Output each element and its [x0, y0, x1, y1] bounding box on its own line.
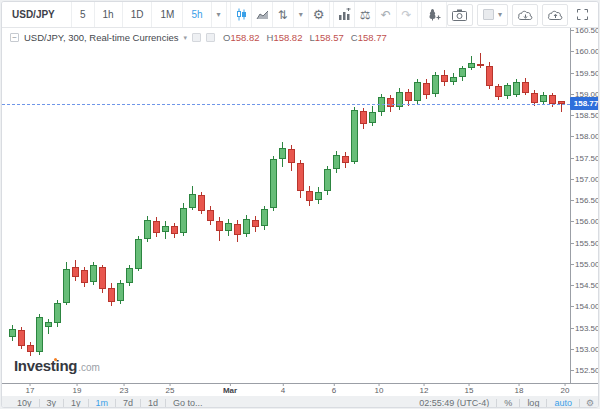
- camera-icon: [452, 9, 467, 21]
- top-toolbar: USD/JPY 51h1D1M5h ▾ ⇅ ▾ ⚙: [2, 2, 598, 28]
- clock-label: 02:55:49 (UTC-4): [412, 398, 496, 408]
- price-axis-label: 158.50: [575, 111, 599, 120]
- price-axis-label: 153.00: [575, 345, 599, 354]
- price-axis-label: 157.00: [575, 175, 599, 184]
- interval-dropdown-button[interactable]: ▾: [212, 2, 227, 27]
- candle-body: [315, 192, 322, 200]
- candle-body: [540, 95, 547, 103]
- candle-body: [36, 317, 43, 352]
- candle-body: [54, 303, 61, 323]
- interval-button-1D[interactable]: 1D: [123, 2, 153, 27]
- price-axis[interactable]: 160.50160.00159.50159.00158.50158.00157.…: [570, 28, 599, 383]
- symbol-label: USD/JPY: [12, 9, 55, 20]
- chart-plot-area[interactable]: [2, 28, 570, 383]
- legend-collapse-button[interactable]: −: [10, 33, 19, 42]
- ohlc-values: O158.82 H158.82 L158.57 C158.77: [223, 32, 387, 43]
- time-axis-label: 23: [120, 386, 129, 395]
- candle-body: [234, 224, 241, 235]
- snapshot-button[interactable]: [447, 4, 473, 26]
- symbol-button[interactable]: USD/JPY: [2, 2, 72, 27]
- legend-title: USD/JPY, 300, Real-time Currencies: [24, 32, 179, 43]
- time-axis-label: 20: [561, 386, 570, 395]
- compare-symbols-button[interactable]: ⚖: [355, 2, 376, 27]
- interval-button-1h[interactable]: 1h: [95, 2, 123, 27]
- legend-caret-icon[interactable]: ▾: [184, 34, 188, 42]
- candle-body: [513, 82, 520, 95]
- chart-legend: − USD/JPY, 300, Real-time Currencies ▾ O…: [10, 32, 387, 43]
- current-price-line: [2, 104, 570, 105]
- log-scale-button[interactable]: log: [520, 398, 546, 408]
- candle-body: [351, 110, 358, 162]
- range-button-10y[interactable]: 10y: [10, 398, 39, 408]
- percent-scale-button[interactable]: %: [497, 398, 519, 408]
- price-axis-label: 154.00: [575, 302, 599, 311]
- add-alert-button[interactable]: [422, 2, 447, 27]
- candle-body: [486, 66, 493, 86]
- price-axis-label: 154.50: [575, 281, 599, 290]
- undo-button[interactable]: ↶: [376, 2, 397, 27]
- candle-body: [9, 329, 16, 337]
- time-axis-label: 25: [166, 386, 175, 395]
- time-axis-label: 17: [26, 386, 35, 395]
- price-axis-label: 160.50: [575, 26, 599, 35]
- current-price-tag: 158.77: [570, 97, 599, 110]
- candle-body: [324, 169, 331, 191]
- chart-window: USD/JPY 51h1D1M5h ▾ ⇅ ▾ ⚙: [1, 1, 599, 408]
- indicators-button[interactable]: [334, 2, 355, 27]
- candle-body: [504, 85, 511, 96]
- save-layout-button[interactable]: [542, 4, 568, 26]
- cloud-download-icon: [517, 9, 534, 21]
- gear-icon: ⚙: [313, 7, 325, 22]
- time-axis[interactable]: 17192325Mar461012151820: [2, 383, 599, 396]
- area-style-button[interactable]: [252, 2, 273, 27]
- legend-visibility-button[interactable]: [192, 33, 201, 42]
- cloud-upload-icon: [547, 9, 564, 21]
- redo-button[interactable]: ↷: [397, 2, 418, 27]
- candle-body: [333, 155, 340, 169]
- layout-template-button[interactable]: ▾: [477, 4, 508, 26]
- interval-button-5h[interactable]: 5h: [183, 2, 211, 27]
- auto-scale-button[interactable]: auto: [547, 398, 579, 408]
- candle-body: [405, 92, 412, 102]
- price-axis-label: 157.50: [575, 154, 599, 163]
- price-axis-label: 155.00: [575, 260, 599, 269]
- investing-logo: Investing .com: [14, 357, 100, 374]
- low-value: L158.57: [309, 32, 343, 43]
- open-value: O158.82: [223, 32, 259, 43]
- axis-settings-gear-icon[interactable]: ⚙: [580, 398, 594, 408]
- range-button-1y[interactable]: 1y: [64, 398, 88, 408]
- candle-body: [27, 345, 34, 352]
- time-axis-label: 15: [465, 386, 474, 395]
- price-axis-label: 159.50: [575, 69, 599, 78]
- fullscreen-button[interactable]: [572, 4, 592, 26]
- range-buttons: 10y3y1y1m7d1d: [10, 398, 165, 408]
- settings-button[interactable]: ⚙: [309, 2, 330, 27]
- chevron-down-icon: ▾: [299, 10, 303, 19]
- range-button-1d[interactable]: 1d: [141, 398, 165, 408]
- fullscreen-icon: [577, 9, 588, 20]
- candle-body: [45, 322, 52, 327]
- goto-button[interactable]: Go to...: [166, 398, 210, 408]
- candle-body: [81, 270, 88, 283]
- candle-body: [63, 269, 70, 303]
- range-button-3y[interactable]: 3y: [40, 398, 64, 408]
- load-layout-button[interactable]: [512, 4, 538, 26]
- legend-settings-button[interactable]: [206, 33, 215, 42]
- candle-body: [117, 283, 124, 301]
- price-axis-label: 156.50: [575, 196, 599, 205]
- compare-dropdown-button[interactable]: ▾: [294, 2, 309, 27]
- candle-body: [477, 64, 484, 66]
- range-button-7d[interactable]: 7d: [116, 398, 140, 408]
- area-chart-icon: [256, 8, 269, 21]
- candlestick-style-button[interactable]: [231, 2, 252, 27]
- interval-button-5[interactable]: 5: [72, 2, 95, 27]
- price-axis-label: 155.50: [575, 239, 599, 248]
- logo-text: Investing: [14, 357, 77, 374]
- range-button-1m[interactable]: 1m: [89, 398, 116, 408]
- candle-body: [414, 82, 421, 101]
- interval-button-1M[interactable]: 1M: [152, 2, 183, 27]
- candle-body: [369, 112, 376, 122]
- time-axis-label: Mar: [223, 386, 237, 395]
- compare-button[interactable]: ⇅: [273, 2, 294, 27]
- compare-arrows-icon: ⇅: [278, 8, 288, 22]
